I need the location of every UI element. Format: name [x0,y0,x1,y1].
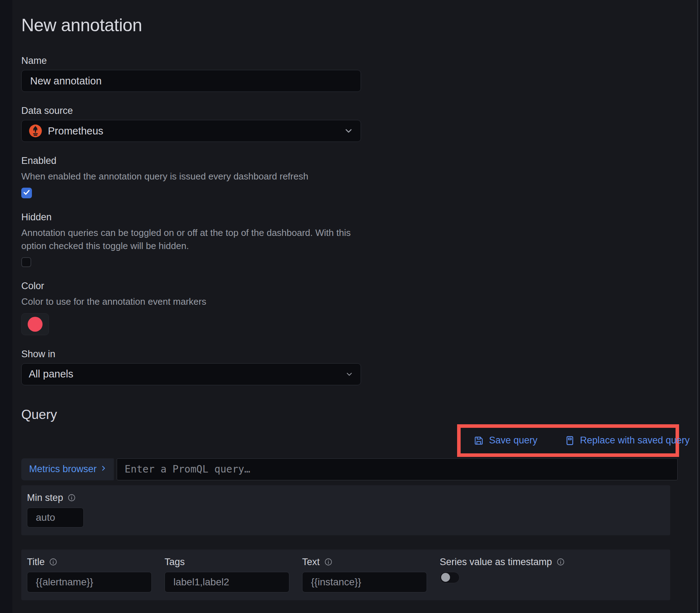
chevron-right-icon [100,464,107,475]
chevron-down-icon [345,370,354,379]
min-step-field: Min step [27,492,152,528]
info-circle-icon[interactable] [49,558,57,566]
color-picker-button[interactable] [21,313,49,335]
hidden-field: Hidden Annotation queries can be toggled… [21,212,679,267]
info-circle-icon[interactable] [556,558,565,566]
save-query-label: Save query [489,435,538,446]
info-circle-icon[interactable] [324,558,333,566]
color-label: Color [21,281,679,292]
annotation-text-input[interactable] [302,572,427,592]
annotation-title-input[interactable] [27,572,152,592]
series-value-toggle[interactable] [440,572,460,583]
hidden-description: Annotation queries can be toggled on or … [21,226,376,252]
name-field: Name [21,55,679,92]
show-in-field: Show in All panels [21,349,679,385]
saved-query-highlight-box: Save query Replace with saved query [457,424,679,457]
data-source-field: Data source Prometheus [21,105,679,142]
color-field: Color Color to use for the annotation ev… [21,281,679,335]
text-label: Text [302,557,320,568]
annotation-tags-input[interactable] [165,572,289,592]
enabled-description: When enabled the annotation query is iss… [21,170,376,183]
annotation-fields-panel: Title Tags Text Series va [21,550,670,600]
data-source-value: Prometheus [48,125,344,137]
promql-query-input[interactable] [117,458,678,480]
title-label: Title [27,557,45,568]
show-in-value: All panels [29,368,345,380]
info-circle-icon[interactable] [67,493,76,502]
name-label: Name [21,55,679,66]
page-title: New annotation [21,15,679,35]
text-field: Text [302,557,427,592]
metrics-browser-button[interactable]: Metrics browser [21,458,114,480]
hidden-label: Hidden [21,212,679,223]
title-field: Title [27,557,152,592]
metrics-browser-label: Metrics browser [29,464,97,475]
enabled-checkbox[interactable] [21,188,32,198]
color-swatch [28,317,43,332]
prometheus-icon [29,124,42,138]
check-icon [23,188,30,198]
hidden-checkbox[interactable] [21,257,31,267]
enabled-label: Enabled [21,155,679,166]
chevron-down-icon [344,126,354,136]
replace-with-saved-query-label: Replace with saved query [580,435,690,446]
query-section-heading: Query [21,407,679,422]
color-description: Color to use for the annotation event ma… [21,295,376,308]
toggle-knob [441,573,450,582]
save-disk-icon [473,435,484,446]
data-source-label: Data source [21,105,679,116]
name-input[interactable] [21,70,361,92]
query-options-panel: Min step [21,485,670,535]
series-value-label: Series value as timestamp [440,557,552,568]
tags-label: Tags [165,557,185,568]
tags-field: Tags [165,557,289,592]
enabled-field: Enabled When enabled the annotation quer… [21,155,679,198]
bookmark-icon [565,435,575,446]
show-in-select[interactable]: All panels [21,363,361,385]
show-in-label: Show in [21,349,679,360]
series-value-field: Series value as timestamp [440,557,565,592]
replace-with-saved-query-button[interactable]: Replace with saved query [565,435,690,446]
query-editor-row: Metrics browser [21,458,679,480]
save-query-button[interactable]: Save query [473,435,538,446]
min-step-label: Min step [27,492,63,503]
annotation-settings-page: New annotation Name Data source Promethe… [12,0,698,613]
min-step-input[interactable] [27,508,84,528]
data-source-select[interactable]: Prometheus [21,120,361,142]
